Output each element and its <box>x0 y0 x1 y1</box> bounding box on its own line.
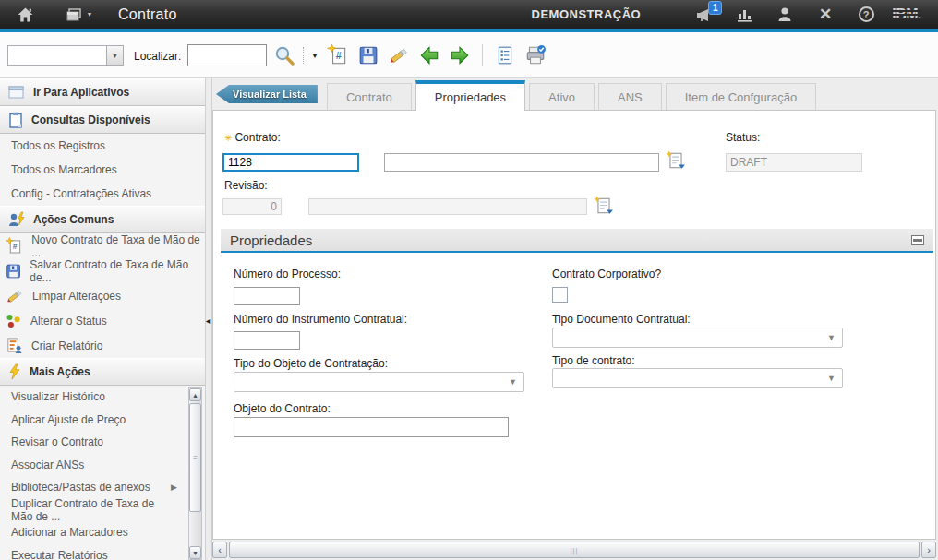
doc-type-label: Tipo Documento Contratual: <box>552 313 691 326</box>
home-button[interactable] <box>11 0 39 29</box>
close-icon: ✕ <box>819 5 832 24</box>
save-button[interactable] <box>355 42 381 68</box>
query-item-all-records[interactable]: Todos os Registros <box>0 134 205 158</box>
more-action-price-adjustment[interactable]: Aplicar Ajuste de Preço <box>0 409 205 432</box>
user-icon <box>776 6 794 23</box>
action-label: Alterar o Status <box>30 315 107 328</box>
find-input[interactable] <box>187 44 267 66</box>
tab-ans[interactable]: ANS <box>598 83 662 111</box>
doc-type-select[interactable]: ▼ <box>552 328 843 348</box>
action-label: Limpar Alterações <box>32 290 121 303</box>
more-action-duplicate-contract[interactable]: Duplicar Contrato de Taxa de Mão de ... <box>0 499 205 522</box>
more-action-revise-contract[interactable]: Revisar o Contrato <box>0 431 205 454</box>
toolbar: ▼ Localizar: ▼ # <box>0 32 938 78</box>
instrument-number-input[interactable] <box>234 331 300 350</box>
scroll-down-button[interactable]: ▼ <box>189 546 201 559</box>
sidebar-header-common-actions[interactable]: Ações Comuns <box>0 206 205 233</box>
tab-label: Item de Confguração <box>685 90 797 104</box>
sidebar-header-more-actions[interactable]: Mais Ações <box>0 358 205 386</box>
corporate-contract-checkbox[interactable] <box>552 287 568 303</box>
sidebar-header-label: Mais Ações <box>30 365 90 378</box>
next-record-button[interactable] <box>447 42 473 68</box>
chevron-down-icon: ▼ <box>509 378 517 387</box>
contract-description-input[interactable] <box>384 153 659 172</box>
action-label: Salvar Contrato de Taxa de Mão de... <box>30 258 205 284</box>
query-item-all-bookmarks[interactable]: Todos os Marcadores <box>0 158 205 182</box>
more-action-view-history[interactable]: Visualizar Histórico <box>0 386 205 409</box>
sidebar-scrollbar[interactable]: ▲ ≡ ▼ <box>188 387 202 560</box>
query-item-label: Todos os Registros <box>11 139 105 152</box>
action-label: Associar ANSs <box>11 459 84 471</box>
corporate-contract-label: Contrato Corporativo? <box>552 268 661 280</box>
save-icon <box>6 263 21 280</box>
action-label: Biblioteca/Pastas de anexos <box>11 481 150 494</box>
print-button[interactable] <box>523 42 548 68</box>
scrollbar-thumb[interactable]: ||| <box>229 542 920 558</box>
view-list-button[interactable]: Visualizar Lista <box>216 85 318 103</box>
select-value <box>553 369 842 372</box>
go-to-menu-button[interactable]: ▼ <box>59 0 98 29</box>
contract-number-input[interactable] <box>222 153 359 172</box>
search-options-caret[interactable]: ▼ <box>309 52 320 60</box>
combobox-dropdown-button[interactable]: ▼ <box>106 46 123 65</box>
reports-chart-button[interactable] <box>724 0 764 29</box>
revision-long-description-button[interactable] <box>594 196 614 216</box>
action-new-contract[interactable]: # Novo Contrato de Taxa de Mão de ... <box>0 233 205 258</box>
tab-contrato[interactable]: Contrato <box>327 83 412 111</box>
new-record-button[interactable]: # <box>325 42 351 68</box>
sidebar-header-go-to-apps[interactable]: Ir Para Aplicativos <box>0 78 205 106</box>
action-change-status[interactable]: Alterar o Status <box>0 308 205 333</box>
sign-out-button[interactable]: ✕ <box>805 0 846 29</box>
more-action-run-reports[interactable]: Executar Relatórios <box>0 544 205 560</box>
status-dots-icon <box>6 313 22 329</box>
sidebar-splitter[interactable]: ◄ <box>205 78 212 560</box>
window-icon <box>7 85 26 101</box>
scroll-left-button[interactable]: ‹ <box>212 542 227 558</box>
tab-bar: Visualizar Lista Contrato Propriedades A… <box>216 81 820 111</box>
announcements-button[interactable]: 1 <box>683 0 724 29</box>
action-clear-changes[interactable]: Limpar Alterações <box>0 283 205 308</box>
process-number-input[interactable] <box>234 287 300 305</box>
scroll-right-button[interactable]: › <box>921 542 936 558</box>
revision-field <box>222 198 282 215</box>
application-window: ▼ Contrato DEMONSTRAÇÃO 1 <box>0 0 938 560</box>
report-icon <box>6 337 23 354</box>
profile-button[interactable] <box>764 0 805 29</box>
tab-label: Propriedades <box>435 90 506 104</box>
scroll-up-button[interactable]: ▲ <box>189 388 201 401</box>
more-action-attachment-library[interactable]: Biblioteca/Pastas de anexos ▶ <box>0 476 205 499</box>
main-content: Visualizar Lista Contrato Propriedades A… <box>212 78 938 560</box>
home-icon <box>17 6 34 23</box>
previous-record-button[interactable] <box>416 42 442 68</box>
help-button[interactable]: ? <box>846 0 886 29</box>
properties-section-header: Propriedades <box>221 229 933 253</box>
query-item-active-contracts[interactable]: Config - Contratações Ativas <box>0 182 205 206</box>
clipboard-icon <box>7 112 24 129</box>
more-action-add-to-bookmarks[interactable]: Adicionar a Marcadores <box>0 521 205 544</box>
select-action-button[interactable] <box>492 42 518 68</box>
more-action-associate-slas[interactable]: Associar ANSs <box>0 454 205 477</box>
person-lightning-icon <box>7 211 26 229</box>
more-actions-list: Visualizar Histórico Aplicar Ajuste de P… <box>0 386 205 560</box>
contract-object-input[interactable] <box>234 417 509 437</box>
record-navigation-combobox[interactable]: ▼ <box>7 45 124 66</box>
object-type-select[interactable]: ▼ <box>234 372 524 392</box>
action-save-contract[interactable]: Salvar Contrato de Taxa de Mão de... <box>0 258 205 283</box>
ibm-logo: IBM. <box>892 6 921 23</box>
action-create-report[interactable]: Criar Relatório <box>0 333 205 358</box>
sidebar-header-available-queries[interactable]: Consultas Disponíveis <box>0 106 205 134</box>
tab-propriedades[interactable]: Propriedades <box>415 80 525 111</box>
tab-ativo[interactable]: Ativo <box>529 83 595 111</box>
status-label: Status: <box>726 131 760 144</box>
minimize-section-button[interactable] <box>911 235 924 245</box>
collapse-sidebar-handle[interactable]: ◄ <box>204 316 212 326</box>
search-button[interactable] <box>271 42 297 68</box>
tab-item-configuracao[interactable]: Item de Confguração <box>666 83 816 111</box>
search-icon <box>273 44 295 66</box>
contract-long-description-button[interactable] <box>666 150 686 171</box>
scrollbar-thumb[interactable]: ≡ <box>189 403 201 512</box>
contract-type-select[interactable]: ▼ <box>552 368 843 388</box>
horizontal-scrollbar[interactable]: ‹ ||| › <box>212 542 936 558</box>
clear-changes-button[interactable] <box>386 42 412 68</box>
eraser-icon <box>6 287 24 305</box>
